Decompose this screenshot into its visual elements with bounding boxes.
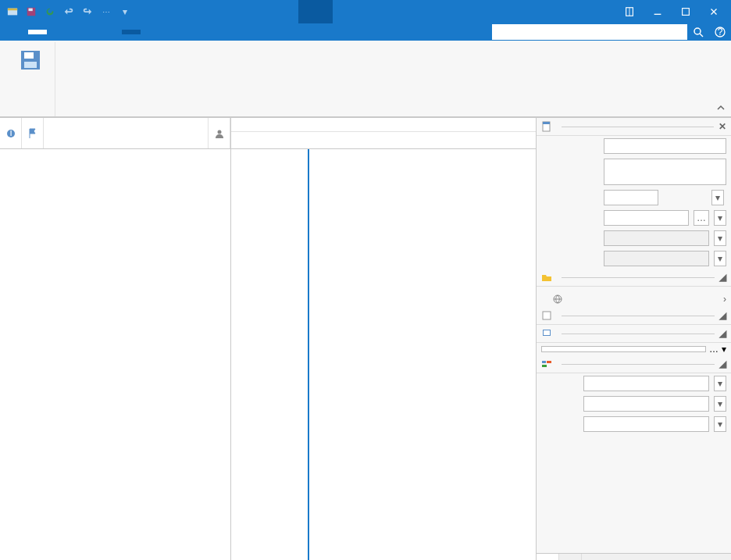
svg-rect-25	[547, 361, 551, 363]
svg-rect-19	[543, 122, 550, 124]
gantt-months	[231, 132, 536, 149]
ribbon-collapse-icon[interactable]	[715, 102, 726, 113]
svg-rect-21	[543, 312, 551, 319]
doc-link-arrow-icon[interactable]: ›	[723, 294, 726, 305]
budget-collapse-icon[interactable]: ◢	[719, 310, 726, 321]
section-budget[interactable]: ◢	[537, 307, 731, 325]
section-eigene-felder: ◢	[537, 355, 731, 373]
section-allgemein: ✕	[537, 118, 731, 136]
menu-berichte[interactable]	[103, 30, 122, 34]
save-close-icon	[18, 48, 43, 73]
col-resource-icon[interactable]	[209, 118, 230, 148]
rolle-dropdown-icon[interactable]: ▾	[714, 396, 726, 412]
fields-icon	[541, 358, 552, 369]
window-book-icon[interactable]	[615, 0, 644, 23]
close-icon[interactable]	[700, 0, 728, 23]
ribbon-group-bereich	[55, 42, 65, 116]
svg-rect-26	[542, 365, 547, 367]
undo-icon[interactable]	[59, 2, 78, 21]
notif-dropdown-icon[interactable]: ▾	[722, 344, 726, 355]
prop-ressource-field[interactable]	[604, 210, 689, 226]
ribbon-group-aktionen	[6, 42, 55, 116]
gantt-body[interactable]	[231, 149, 536, 560]
body-area: i ✕ ▾ …▾ ▾ ▾ ◢	[0, 117, 731, 560]
prop-rolle-field[interactable]	[583, 396, 709, 412]
task-grid-header: i	[0, 118, 230, 149]
section-benachrichtigungen: ◢	[537, 325, 731, 343]
doc-icon	[541, 121, 552, 132]
qat-dropdown-icon[interactable]: ▾	[116, 2, 134, 21]
notif-browse-icon[interactable]: …	[709, 344, 719, 355]
globe-icon	[552, 294, 563, 305]
prop-start-field[interactable]	[604, 230, 709, 246]
svg-rect-14	[24, 62, 37, 68]
titlebar: ⋯ ▾	[0, 0, 731, 23]
prop-modul-field[interactable]	[583, 376, 709, 391]
maximize-icon[interactable]	[672, 0, 700, 23]
search-input[interactable]	[492, 24, 687, 40]
task-grid: i	[0, 118, 231, 560]
svg-text:?: ?	[718, 27, 723, 37]
menu-bearbeiten[interactable]	[47, 30, 66, 34]
gantt-year	[231, 118, 536, 132]
svg-point-8	[694, 28, 701, 34]
task-list[interactable]	[0, 149, 230, 560]
more-icon[interactable]: ⋯	[97, 2, 116, 21]
svg-rect-13	[24, 52, 34, 59]
svg-rect-1	[8, 9, 17, 11]
menu-vorlagen[interactable]	[84, 30, 103, 34]
section-dokumente: ◢	[537, 269, 731, 287]
help-icon[interactable]: ?	[709, 23, 731, 41]
svg-rect-23	[544, 330, 550, 335]
menu-datei[interactable]	[9, 30, 28, 34]
today-line	[308, 149, 309, 560]
svg-rect-24	[542, 361, 546, 363]
prop-phase-field[interactable]	[583, 416, 709, 432]
dokumente-collapse-icon[interactable]: ◢	[719, 272, 726, 283]
menu-ansicht[interactable]	[66, 30, 84, 34]
prop-ende-field[interactable]	[604, 251, 709, 266]
menu-start[interactable]	[28, 30, 47, 34]
save-close-button[interactable]	[11, 44, 50, 78]
minimize-icon[interactable]	[644, 0, 672, 23]
save-icon[interactable]	[22, 2, 41, 21]
properties-close-icon[interactable]: ✕	[719, 121, 726, 132]
col-name[interactable]	[44, 118, 209, 148]
menubar: ?	[0, 23, 731, 41]
eigene-collapse-icon[interactable]: ◢	[719, 358, 726, 369]
refresh-icon[interactable]	[41, 2, 59, 21]
benach-collapse-icon[interactable]: ◢	[719, 328, 726, 339]
svg-rect-3	[29, 9, 33, 12]
ressource-browse-icon[interactable]: …	[694, 210, 709, 226]
gantt-header	[231, 118, 536, 149]
modul-dropdown-icon[interactable]: ▾	[714, 376, 726, 391]
ribbon	[0, 41, 731, 117]
prop-desc-field[interactable]	[604, 159, 726, 185]
aufwand-dropdown-icon[interactable]: ▾	[711, 190, 724, 205]
prop-aufwand-field[interactable]	[604, 190, 658, 205]
tab-aufgaben[interactable]	[537, 554, 559, 560]
svg-point-17	[217, 130, 221, 134]
start-dropdown-icon[interactable]: ▾	[714, 230, 726, 246]
col-check-icon[interactable]: i	[0, 118, 22, 148]
bell-icon	[541, 328, 552, 339]
properties-pane: ✕ ▾ …▾ ▾ ▾ ◢ › ◢ ◢ …▾ ◢ ▾ ▾ ▾	[536, 118, 731, 560]
ressource-dropdown-icon[interactable]: ▾	[714, 210, 726, 226]
svg-text:i: i	[9, 128, 12, 138]
search-icon[interactable]	[687, 23, 709, 41]
svg-rect-6	[654, 14, 661, 15]
budget-icon	[541, 310, 552, 321]
menu-einstellungen[interactable]	[122, 30, 141, 34]
tab-bearbeiten[interactable]	[559, 554, 582, 560]
redo-icon[interactable]	[78, 2, 97, 21]
gantt-chart[interactable]	[231, 118, 536, 560]
context-tab-plan[interactable]	[298, 0, 333, 23]
svg-line-9	[700, 34, 703, 37]
phase-dropdown-icon[interactable]: ▾	[714, 416, 726, 432]
col-flag-icon[interactable]	[22, 118, 44, 148]
app-icon[interactable]	[3, 2, 22, 21]
ende-dropdown-icon[interactable]: ▾	[714, 251, 726, 266]
notif-field[interactable]	[541, 346, 706, 352]
folder-icon	[541, 272, 552, 283]
prop-name-field[interactable]	[604, 138, 726, 154]
